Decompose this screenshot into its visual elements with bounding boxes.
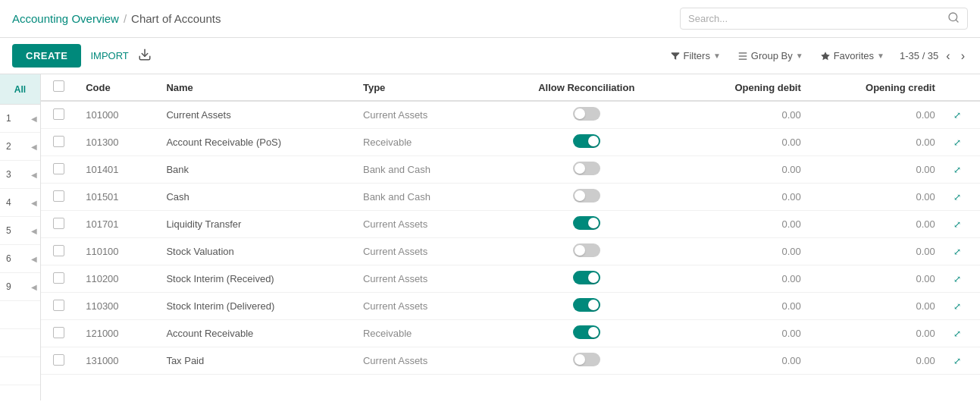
row-checkbox[interactable] <box>53 327 64 338</box>
groupby-button[interactable]: Group By ▼ <box>731 47 809 64</box>
reconcile-toggle[interactable] <box>573 353 600 366</box>
sidebar-item-1[interactable]: 1◀ <box>0 105 40 133</box>
row-debit: 0.00 <box>676 211 810 238</box>
row-type: Receivable <box>354 320 497 347</box>
arrow-icon: ◀ <box>31 199 37 207</box>
row-checkbox-cell[interactable] <box>41 265 77 293</box>
row-checkbox[interactable] <box>53 108 64 120</box>
expand-icon[interactable]: ⤢ <box>953 137 961 148</box>
sidebar-item-9[interactable]: 9◀ <box>0 273 40 301</box>
row-checkbox-cell[interactable] <box>41 101 77 129</box>
expand-icon[interactable]: ⤢ <box>953 301 961 312</box>
row-name[interactable]: Stock Interim (Received) <box>157 265 354 293</box>
next-page-button[interactable]: › <box>958 48 968 64</box>
row-checkbox[interactable] <box>53 136 64 147</box>
row-expand[interactable]: ⤢ <box>944 211 980 238</box>
row-checkbox-cell[interactable] <box>41 211 77 238</box>
create-button[interactable]: CREATE <box>12 44 81 68</box>
reconcile-toggle[interactable] <box>573 243 600 257</box>
row-expand[interactable]: ⤢ <box>944 184 980 211</box>
reconcile-toggle[interactable] <box>573 189 600 203</box>
reconcile-toggle[interactable] <box>573 162 600 175</box>
expand-icon[interactable]: ⤢ <box>953 219 961 230</box>
row-checkbox[interactable] <box>53 218 64 229</box>
expand-icon[interactable]: ⤢ <box>953 165 961 175</box>
row-checkbox[interactable] <box>53 245 64 256</box>
row-reconcile[interactable] <box>497 265 676 293</box>
select-all-checkbox[interactable] <box>53 80 64 92</box>
row-expand[interactable]: ⤢ <box>944 293 980 320</box>
sidebar-item-2[interactable]: 2◀ <box>0 133 40 161</box>
row-checkbox-cell[interactable] <box>41 238 77 265</box>
row-code: 101300 <box>77 129 157 156</box>
reconcile-toggle[interactable] <box>573 216 600 230</box>
row-expand[interactable]: ⤢ <box>944 101 980 129</box>
row-expand[interactable]: ⤢ <box>944 156 980 184</box>
toggle-knob <box>575 163 585 174</box>
credit-header: Opening credit <box>810 74 944 101</box>
row-checkbox-cell[interactable] <box>41 156 77 184</box>
row-checkbox[interactable] <box>53 190 64 202</box>
download-button[interactable] <box>138 48 152 64</box>
row-name[interactable]: Current Assets <box>157 101 354 129</box>
row-expand[interactable]: ⤢ <box>944 265 980 293</box>
sidebar-item-5[interactable]: 5◀ <box>0 217 40 245</box>
row-checkbox-cell[interactable] <box>41 293 77 320</box>
breadcrumb-link[interactable]: Accounting Overview <box>12 12 119 25</box>
row-expand[interactable]: ⤢ <box>944 129 980 156</box>
row-checkbox-cell[interactable] <box>41 184 77 211</box>
row-checkbox-cell[interactable] <box>41 320 77 347</box>
prev-page-button[interactable]: ‹ <box>943 48 953 64</box>
row-expand[interactable]: ⤢ <box>944 238 980 265</box>
favorites-button[interactable]: Favorites ▼ <box>814 47 891 64</box>
row-checkbox-cell[interactable] <box>41 347 77 375</box>
row-reconcile[interactable] <box>497 320 676 347</box>
row-name[interactable]: Stock Valuation <box>157 238 354 265</box>
reconcile-toggle[interactable] <box>573 298 600 312</box>
row-name[interactable]: Account Receivable <box>157 320 354 347</box>
reconcile-toggle[interactable] <box>573 271 600 284</box>
row-reconcile[interactable] <box>497 238 676 265</box>
row-checkbox[interactable] <box>53 163 64 174</box>
expand-icon[interactable]: ⤢ <box>953 328 961 339</box>
expand-icon[interactable]: ⤢ <box>953 192 961 203</box>
row-checkbox[interactable] <box>53 272 64 284</box>
row-reconcile[interactable] <box>497 129 676 156</box>
row-reconcile[interactable] <box>497 101 676 129</box>
row-name[interactable]: Bank <box>157 156 354 184</box>
filter-group: Filters ▼ Group By ▼ Favorites ▼ <box>664 47 891 64</box>
row-debit: 0.00 <box>676 129 810 156</box>
row-expand[interactable]: ⤢ <box>944 347 980 375</box>
row-checkbox-cell[interactable] <box>41 129 77 156</box>
all-button[interactable]: All <box>0 74 40 105</box>
import-button[interactable]: IMPORT <box>90 50 128 61</box>
row-name[interactable]: Liquidity Transfer <box>157 211 354 238</box>
search-input[interactable] <box>688 13 944 24</box>
sidebar-item-empty3 <box>0 357 40 385</box>
select-all-header[interactable] <box>41 74 77 101</box>
row-name[interactable]: Stock Interim (Delivered) <box>157 293 354 320</box>
expand-icon[interactable]: ⤢ <box>953 247 961 257</box>
expand-icon[interactable]: ⤢ <box>953 110 961 121</box>
filters-button[interactable]: Filters ▼ <box>664 47 727 64</box>
reconcile-toggle[interactable] <box>573 325 600 339</box>
row-name[interactable]: Account Receivable (PoS) <box>157 129 354 156</box>
expand-icon[interactable]: ⤢ <box>953 274 961 284</box>
row-reconcile[interactable] <box>497 184 676 211</box>
row-name[interactable]: Tax Paid <box>157 347 354 375</box>
row-reconcile[interactable] <box>497 347 676 375</box>
row-checkbox[interactable] <box>53 354 64 366</box>
row-checkbox[interactable] <box>53 300 64 311</box>
row-name[interactable]: Cash <box>157 184 354 211</box>
row-reconcile[interactable] <box>497 156 676 184</box>
sidebar-item-empty2 <box>0 329 40 357</box>
row-reconcile[interactable] <box>497 293 676 320</box>
reconcile-toggle[interactable] <box>573 134 600 148</box>
sidebar-item-6[interactable]: 6◀ <box>0 245 40 273</box>
sidebar-item-3[interactable]: 3◀ <box>0 161 40 189</box>
row-reconcile[interactable] <box>497 211 676 238</box>
expand-icon[interactable]: ⤢ <box>953 356 961 366</box>
row-expand[interactable]: ⤢ <box>944 320 980 347</box>
reconcile-toggle[interactable] <box>573 107 600 121</box>
sidebar-item-4[interactable]: 4◀ <box>0 189 40 217</box>
